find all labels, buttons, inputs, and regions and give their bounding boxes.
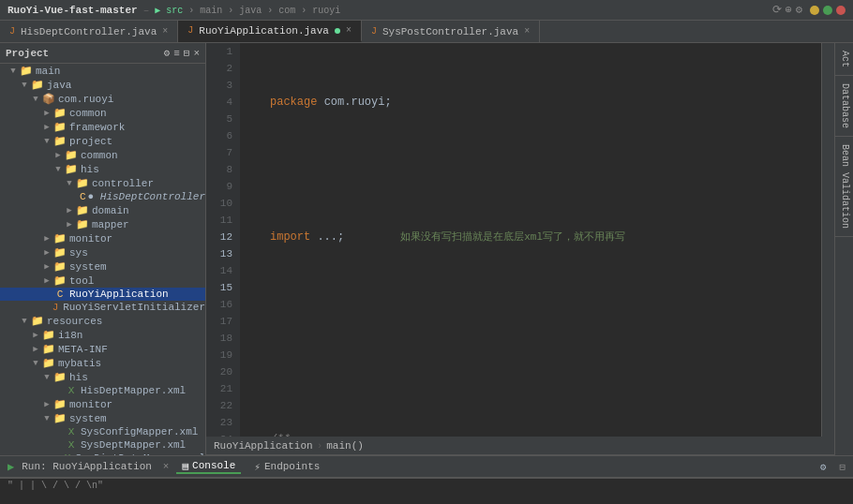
breadcrumb-sep: › (317, 440, 323, 452)
settings-icon[interactable]: ⚙ (796, 3, 802, 17)
tree-system2[interactable]: ▼ 📁 system (0, 411, 205, 425)
side-label-database[interactable]: Database (835, 76, 853, 137)
ln-14: 14 (214, 262, 232, 279)
maximize-btn[interactable] (823, 6, 832, 15)
tree-resources[interactable]: ▼ 📁 resources (0, 314, 205, 328)
close-btn[interactable] (836, 6, 846, 15)
tree-hisdeptmapper[interactable]: X HisDeptMapper.xml (0, 384, 205, 397)
tree-system[interactable]: ▶ 📁 system (0, 259, 205, 274)
tree-arrow-main: ▼ (7, 67, 19, 76)
tree-his2[interactable]: ▼ 📁 his (0, 370, 205, 384)
tab-ruoyi[interactable]: J RuoYiApplication.java × (178, 21, 362, 42)
folder-icon-sys: 📁 (52, 246, 67, 259)
tree-his[interactable]: ▼ 📁 his (0, 162, 205, 176)
tree-i18n[interactable]: ▶ 📁 i18n (0, 328, 205, 342)
title-bar-left: RuoYi-Vue-fast-master – ▶ src › main › j… (7, 5, 340, 16)
sidebar-sort[interactable]: ≡ (173, 48, 180, 59)
ln-9: 9 (214, 178, 232, 195)
ln-16: 16 (214, 296, 232, 313)
ln-3: 3 (214, 77, 232, 94)
tree-framework[interactable]: ▶ 📁 framework (0, 120, 205, 134)
tab-syspost[interactable]: J SysPostController.java × (362, 21, 540, 42)
tree-tool[interactable]: ▶ 📁 tool (0, 274, 205, 288)
tree-common[interactable]: ▶ 📁 common (0, 106, 205, 120)
sidebar-collapse[interactable]: ⊟ (184, 47, 190, 59)
tree-metainf[interactable]: ▶ 📁 META-INF (0, 342, 205, 356)
tree-sysdictdatamapper[interactable]: X SysDictDataMapper.xml (0, 452, 205, 455)
tree-ruoyiapp[interactable]: C RuoYiApplication (0, 288, 205, 301)
side-label-act[interactable]: Act (835, 43, 853, 76)
tree-main[interactable]: ▼ 📁 main (0, 64, 205, 78)
tree-sys[interactable]: ▶ 📁 sys (0, 245, 205, 259)
code-container[interactable]: 1 2 3 4 5 6 7 8 9 10 11 12 13 14 15 16 1 (206, 43, 834, 437)
sync-icon[interactable]: ⟳ (772, 3, 782, 17)
endpoints-label: Endpoints (264, 461, 320, 472)
tree-label-sysconfigmapper: SysConfigMapper.xml (81, 426, 198, 437)
project-sidebar: Project ⚙ ≡ ⊟ × ▼ 📁 main ▼ 📁 java ▼ 📦 co… (0, 43, 206, 455)
tree-arrow-tool: ▶ (41, 275, 52, 286)
code-lines[interactable]: package com.ruoyi; import ...; 如果没有写扫描就是… (240, 43, 821, 437)
tree-arrow-his: ▼ (52, 165, 64, 174)
tree-label-metainf: META-INF (58, 344, 108, 355)
tab-syspost-close[interactable]: × (524, 26, 530, 37)
tree-arrow-resources: ▼ (19, 317, 30, 326)
sidebar-gear[interactable]: ⚙ (164, 47, 171, 59)
run-bar: ▶ Run: RuoYiApplication × ▤ Console ⚡ En… (0, 455, 853, 478)
breadcrumb: RuoYiApplication › main() (206, 437, 834, 455)
run-expand[interactable]: ⊟ (839, 461, 846, 473)
tab-ruoyi-close[interactable]: × (346, 25, 352, 36)
tree-monitor2[interactable]: ▶ 📁 monitor (0, 397, 205, 411)
folder-icon-monitor2: 📁 (52, 398, 67, 410)
tree-java[interactable]: ▼ 📁 java (0, 78, 205, 92)
xml-icon-sysconfigmapper: X (64, 426, 79, 437)
endpoints-icon: ⚡ (254, 461, 261, 473)
search-icon[interactable]: ⊕ (786, 3, 792, 17)
tree-controller[interactable]: ▼ 📁 controller (0, 176, 205, 190)
tree-sysconfigmapper[interactable]: X SysConfigMapper.xml (0, 425, 205, 438)
ln-23: 23 (214, 414, 232, 431)
ln-10: 10 (214, 195, 232, 212)
tree-monitor[interactable]: ▶ 📁 monitor (0, 231, 205, 245)
run-tab-endpoints[interactable]: ⚡ Endpoints (248, 461, 325, 473)
minimize-btn[interactable] (810, 6, 819, 15)
tree-project[interactable]: ▼ 📁 project (0, 134, 205, 148)
run-close[interactable]: × (163, 461, 170, 472)
code-text-6: /** (270, 431, 291, 437)
tree-proj-common[interactable]: ▶ 📁 common (0, 148, 205, 162)
code-line-2 (244, 161, 817, 178)
ln-18: 18 (214, 330, 232, 347)
tree-mapper[interactable]: ▶ 📁 mapper (0, 217, 205, 231)
tree-label-system: system (69, 261, 107, 273)
tree-com-ruoyi[interactable]: ▼ 📦 com.ruoyi (0, 92, 205, 106)
tree-ruoyiservlet[interactable]: J RuoYiServletInitializer (0, 301, 205, 314)
tree-label-project: project (69, 136, 112, 147)
code-line-3: import ...; 如果没有写扫描就是在底层xml写了，就不用再写 (244, 229, 817, 245)
tree-label-hisdeptmapper: HisDeptMapper.xml (81, 385, 186, 396)
code-line-6: /** (244, 431, 817, 437)
ln-19: 19 (214, 347, 232, 363)
tree-mybatis[interactable]: ▼ 📁 mybatis (0, 356, 205, 370)
run-settings[interactable]: ⚙ (820, 461, 827, 473)
folder-icon-mapper: 📁 (75, 218, 90, 230)
tree-arrow-controller: ▼ (64, 179, 75, 188)
tree-label-mybatis: mybatis (58, 358, 101, 369)
tree-hisdeptctrl[interactable]: C ● HisDeptController (0, 190, 205, 203)
folder-icon-system: 📁 (52, 260, 67, 273)
side-label-bean-validation[interactable]: Bean Validation (835, 137, 853, 237)
tree-sysdeptmapper[interactable]: X SysDeptMapper.xml (0, 438, 205, 452)
tab-hisdept[interactable]: J HisDeptController.java × (0, 21, 178, 42)
tree-arrow-mapper: ▶ (64, 219, 75, 230)
folder-icon-common: 📁 (52, 107, 67, 119)
ln-21: 21 (214, 380, 232, 397)
main-layout: Project ⚙ ≡ ⊟ × ▼ 📁 main ▼ 📁 java ▼ 📦 co… (0, 43, 853, 455)
tab-hisdept-label: HisDeptController.java (21, 26, 157, 37)
folder-icon-monitor: 📁 (52, 232, 67, 245)
sidebar-close[interactable]: × (193, 48, 200, 59)
tree-label-mapper: mapper (92, 219, 129, 230)
run-tab-console[interactable]: ▤ Console (176, 460, 241, 474)
tab-hisdept-close[interactable]: × (162, 26, 168, 37)
folder-icon-resources: 📁 (30, 315, 45, 327)
ln-15: 15 (214, 279, 232, 296)
tree-domain[interactable]: ▶ 📁 domain (0, 203, 205, 217)
tree-label-resources: resources (47, 316, 102, 327)
